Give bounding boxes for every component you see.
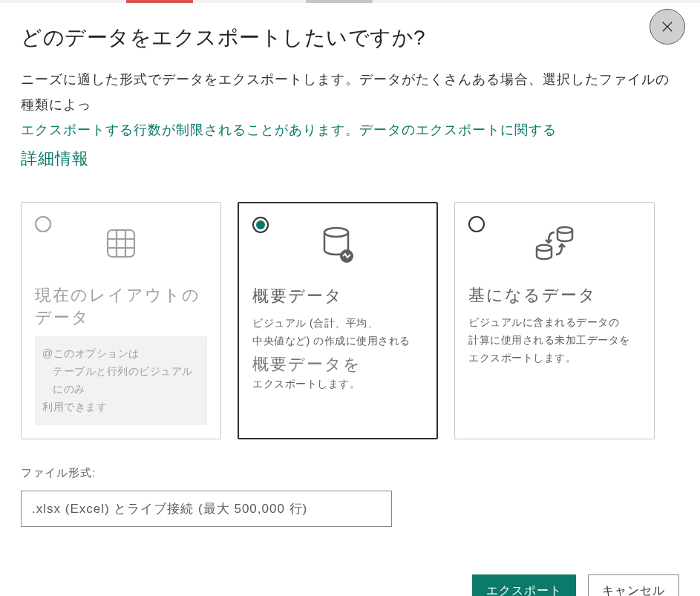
text-line: ビジュアルに含まれるデータの [468, 316, 619, 328]
window-top-stripe [0, 0, 700, 3]
option-title: 概要データ [252, 285, 423, 307]
close-icon [661, 20, 674, 33]
option-disabled-note: @このオプションは テーブルと行列のビジュアルにのみ 利用できます [35, 336, 207, 425]
svg-rect-0 [108, 230, 134, 257]
dialog-title: どのデータをエクスポートしたいですか? [21, 24, 679, 52]
description-text: ニーズに適した形式でデータをエクスポートします。データがたくさんある場合、選択し… [21, 72, 670, 112]
note-line: 利用できます [42, 401, 107, 413]
option-title: 現在のレイアウトのデータ [35, 284, 207, 329]
cancel-button[interactable]: キャンセル [588, 574, 679, 596]
svg-point-8 [537, 245, 552, 251]
database-sync-icon [468, 222, 641, 265]
export-options-group: 現在のレイアウトのデータ @このオプションは テーブルと行列のビジュアルにのみ … [21, 202, 679, 439]
option-title: 基になるデータ [468, 284, 641, 307]
option-description: ビジュアル (合計、平均、 中央値など) の作成に使用される [252, 315, 423, 350]
dialog-footer: エクスポート キャンセル [21, 574, 679, 596]
option-card-underlying-data[interactable]: 基になるデータ ビジュアルに含まれるデータの 計算に使用される未加工データを エ… [454, 202, 655, 439]
grid-icon [35, 222, 207, 265]
text-line: 計算に使用される未加工データを [468, 334, 630, 346]
file-format-label: ファイル形式: [21, 466, 679, 480]
svg-point-7 [557, 227, 572, 233]
file-format-select[interactable]: .xlsx (Excel) とライブ接続 (最大 500,000 行) [21, 491, 392, 527]
dialog-description: ニーズに適した形式でデータをエクスポートします。データがたくさんある場合、選択し… [21, 67, 679, 174]
note-line: @このオプションは [42, 347, 140, 359]
text-line: ビジュアル (合計、平均、 [252, 317, 378, 329]
option-mid-title: 概要データを [252, 353, 423, 376]
export-button[interactable]: エクスポート [472, 574, 576, 596]
option-description: ビジュアルに含まれるデータの 計算に使用される未加工データを エクスポートします… [468, 314, 641, 367]
database-activity-icon [252, 223, 423, 266]
text-line: 中央値など) の作成に使用される [252, 335, 410, 347]
text-line: エクスポートします。 [468, 352, 576, 364]
note-line: テーブルと行列のビジュアルにのみ [42, 363, 200, 399]
option-card-current-layout: 現在のレイアウトのデータ @このオプションは テーブルと行列のビジュアルにのみ … [21, 202, 221, 439]
description-link-more-info[interactable]: 詳細情報 [21, 149, 89, 168]
description-link-part1[interactable]: エクスポートする行数が制限されることがあります。データのエクスポートに関する [21, 122, 557, 137]
option-description-tail: エクスポートします。 [252, 376, 423, 393]
svg-point-5 [324, 228, 348, 237]
option-card-summary-data[interactable]: 概要データ ビジュアル (合計、平均、 中央値など) の作成に使用される 概要デ… [238, 202, 438, 439]
close-button[interactable] [650, 9, 685, 45]
